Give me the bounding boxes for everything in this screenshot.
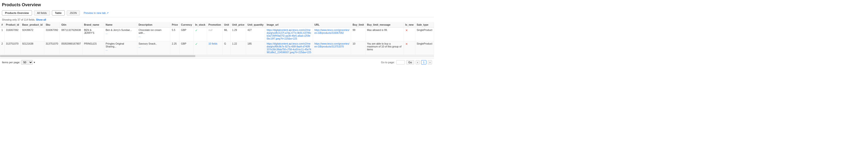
cell-unit-1: ML xyxy=(223,28,230,41)
cell-product-id-2: 313751070 xyxy=(4,41,21,55)
col-unit: Unit xyxy=(223,22,230,28)
cell-currency-2: GBP xyxy=(180,41,194,55)
cell-sku-2: 313751070 xyxy=(44,41,60,55)
prev-page-btn[interactable]: ‹ xyxy=(415,60,420,65)
cell-unit-quantity-1: 427 xyxy=(246,28,265,41)
cell-row-num-2: 2 xyxy=(0,41,4,55)
table-row: 2 313751070 92121638 313751070 050539901… xyxy=(0,41,434,55)
cell-image-url-1: https://digitalcontent.api.tesco.com/v2/… xyxy=(265,28,313,41)
items-per-page: Items per page: 10 25 50 100 ▾ xyxy=(2,60,35,65)
cell-sale-type-1: SingleProduct xyxy=(415,28,434,41)
col-promotion: Promotion xyxy=(207,22,223,28)
cell-is-new-1: ✕ xyxy=(404,28,415,41)
next-page-btn[interactable]: › xyxy=(428,60,432,65)
cell-price-1: 5.5 xyxy=(170,28,180,41)
table-row: 1 316067092 92439672 316067092 087113276… xyxy=(0,28,434,41)
image-url-link-2[interactable]: https://digitalcontent.api.tesco.com/v2/… xyxy=(267,43,311,54)
col-price: Price xyxy=(170,22,180,28)
cell-name-1: Ben & Jerry's Sundae... ... xyxy=(104,28,137,41)
cell-sku-1: 316067092 xyxy=(44,28,60,41)
col-sku: Sku xyxy=(44,22,60,28)
pagination: Go to page: Go ‹ 1 › xyxy=(381,60,432,65)
cell-currency-1: GBP xyxy=(180,28,194,41)
products-table: # Product_id Base_product_id Sku Gtin Br… xyxy=(0,22,434,55)
goto-label: Go to page: xyxy=(381,61,395,64)
horizontal-scrollbar[interactable] xyxy=(0,55,434,57)
col-description: Description xyxy=(137,22,170,28)
more-btn-desc-2[interactable]: ... xyxy=(139,46,169,48)
col-product-id: Product_id xyxy=(4,22,21,28)
cell-base-product-id-1: 92439672 xyxy=(21,28,44,41)
col-buy-limit-message: Buy_limit_message xyxy=(365,22,404,28)
go-button[interactable]: Go xyxy=(406,60,414,65)
cell-in-stock-1: ✓ xyxy=(194,28,207,41)
cell-brand-name-2: PRINGLES xyxy=(83,41,104,55)
cell-brand-name-1: BEN & JERRY'S xyxy=(83,28,104,41)
col-image-url: Image_url xyxy=(265,22,313,28)
cell-row-num-1: 1 xyxy=(0,28,4,41)
table-header-row: # Product_id Base_product_id Sku Gtin Br… xyxy=(0,22,434,28)
cell-description-1: Chocolate ice cream with... ... xyxy=(137,28,170,41)
col-unit-quantity: Unit_quantity xyxy=(246,22,265,28)
cell-is-new-2: ✕ xyxy=(404,41,415,55)
cell-image-url-2: https://digitalcontent.api.tesco.com/v2/… xyxy=(265,41,313,55)
cell-gtin-1: 08711327626638 xyxy=(60,28,83,41)
tab-all-fields[interactable]: All fields xyxy=(34,10,50,16)
scrollbar-thumb[interactable] xyxy=(0,55,195,57)
col-unit-price: Unit_price xyxy=(230,22,246,28)
col-base-product-id: Base_product_id xyxy=(21,22,44,28)
preview-link[interactable]: Preview in new tab ↗ xyxy=(84,11,108,15)
chevron-down-icon: ▾ xyxy=(34,61,35,64)
footer-bar: Items per page: 10 25 50 100 ▾ Go to pag… xyxy=(0,58,434,66)
col-is-new: Is_new xyxy=(404,22,415,28)
more-btn-name-1[interactable]: ... xyxy=(106,32,135,34)
items-per-page-label: Items per page: xyxy=(2,61,20,64)
col-name: Name xyxy=(104,22,137,28)
cell-gtin-2: 05053990167807 xyxy=(60,41,83,55)
cell-unit-2: G xyxy=(223,41,230,55)
more-btn-desc-1[interactable]: ... xyxy=(139,35,169,37)
promotion-link-2[interactable]: 10 fields xyxy=(209,43,217,45)
cell-buy-limit-message-1: Max allowed is 99. xyxy=(365,28,404,41)
cell-price-2: 2.25 xyxy=(170,41,180,55)
cell-buy-limit-2: 10 xyxy=(351,41,365,55)
cell-base-product-id-2: 92121638 xyxy=(21,41,44,55)
current-page-num: 1 xyxy=(421,60,426,65)
col-gtin: Gtin xyxy=(60,22,83,28)
cell-buy-limit-1: 99 xyxy=(351,28,365,41)
image-url-link-1[interactable]: https://digitalcontent.api.tesco.com/v2/… xyxy=(267,29,311,40)
table-container: # Product_id Base_product_id Sku Gtin Br… xyxy=(0,22,434,55)
col-brand-name: Brand_name xyxy=(83,22,104,28)
cell-description-2: Savoury Snack.. ... xyxy=(137,41,170,55)
cell-url-2: https://www.tesco.com/groceries/en-GB/pr… xyxy=(313,41,351,55)
url-link-1[interactable]: https://www.tesco.com/groceries/en-GB/pr… xyxy=(314,29,349,34)
cell-unit-price-1: 1.29 xyxy=(230,28,246,41)
tab-products-overview[interactable]: Products Overview xyxy=(2,10,32,16)
cell-product-id-1: 316067092 xyxy=(4,28,21,41)
cell-url-1: https://www.tesco.com/groceries/en-GB/pr… xyxy=(313,28,351,41)
goto-input[interactable] xyxy=(396,60,405,65)
page-title: Products Overview xyxy=(0,0,434,9)
items-per-page-select[interactable]: 10 25 50 100 xyxy=(21,60,33,65)
cell-name-2: Pringles Original Sharing... ... xyxy=(104,41,137,55)
view-table-btn[interactable]: Table xyxy=(52,10,65,16)
header-bar: Products Overview All fields Table JSON … xyxy=(0,9,434,17)
view-json-btn[interactable]: JSON xyxy=(67,10,80,16)
url-link-2[interactable]: https://www.tesco.com/groceries/en-GB/pr… xyxy=(314,43,349,48)
col-in-stock: In_stock xyxy=(194,22,207,28)
col-sale-type: Sale_type xyxy=(415,22,434,28)
col-row-num: # xyxy=(0,22,4,28)
cell-unit-price-2: 1.22 xyxy=(230,41,246,55)
more-btn-name-2[interactable]: ... xyxy=(106,48,135,51)
cell-in-stock-2: ✓ xyxy=(194,41,207,55)
show-all-link[interactable]: Show all xyxy=(36,18,46,21)
col-buy-limit: Buy_limit xyxy=(351,22,365,28)
cell-buy-limit-message-2: You are able to buy a maximum of 10 of t… xyxy=(365,41,404,55)
subheader: Showing only 37 of 114 fields. Show all xyxy=(0,17,434,22)
showing-text: Showing only 37 of 114 fields. xyxy=(2,18,35,21)
cell-unit-quantity-2: 185 xyxy=(246,41,265,55)
col-currency: Currency xyxy=(180,22,194,28)
col-url: URL xyxy=(313,22,351,28)
cell-promotion-1: null xyxy=(207,28,223,41)
cell-promotion-2: 10 fields xyxy=(207,41,223,55)
